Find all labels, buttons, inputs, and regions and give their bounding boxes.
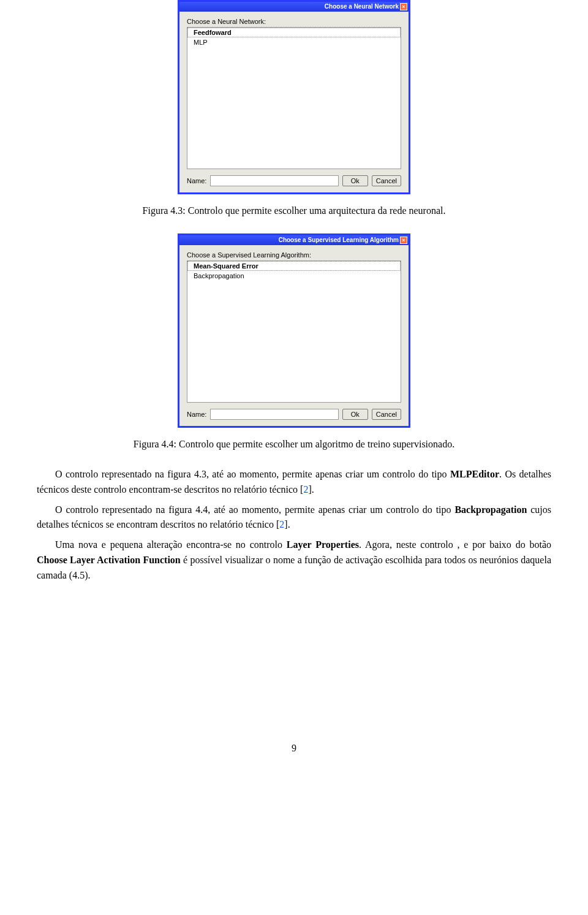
text: ]. <box>284 519 290 530</box>
dialog-title: Choose a Supervised Learning Algorithm <box>279 235 399 245</box>
dialog-title: Choose a Neural Network <box>325 2 399 12</box>
figure-2: Choose a Supervised Learning Algorithm ×… <box>37 233 551 428</box>
list-item[interactable]: Backpropagation <box>187 271 401 281</box>
name-input[interactable] <box>210 409 338 420</box>
text: ]. <box>308 484 314 495</box>
dialog-body: Choose a Supervised Learning Algorithm: … <box>179 245 409 426</box>
prompt-label: Choose a Neural Network: <box>187 18 401 25</box>
close-icon[interactable]: × <box>400 237 407 244</box>
paragraph-1: O controlo representado na figura 4.3, a… <box>37 467 551 498</box>
text: O controlo representado na figura 4.3, a… <box>55 469 450 479</box>
text: O controlo representado na figura 4.4, a… <box>55 504 454 515</box>
cancel-button[interactable]: Cancel <box>372 175 401 186</box>
dialog-footer: Name: Ok Cancel <box>187 175 401 186</box>
list-item[interactable]: Mean-Squared Error <box>187 261 401 271</box>
text: Uma nova e pequena alteração encontra-se… <box>55 539 287 550</box>
dialog-body: Choose a Neural Network: Feedfoward MLP … <box>179 12 409 192</box>
term-backpropagation: Backpropagation <box>454 504 527 515</box>
term-choose-layer-activation: Choose Layer Activation Function <box>37 555 181 565</box>
term-layer-properties: Layer Properties <box>287 539 359 550</box>
figure-1: Choose a Neural Network × Choose a Neura… <box>37 0 551 194</box>
paragraph-2: O controlo representado na figura 4.4, a… <box>37 503 551 533</box>
figure-1-caption: Figura 4.3: Controlo que permite escolhe… <box>37 205 551 216</box>
figure-2-caption: Figura 4.4: Controlo que permite escolhe… <box>37 439 551 450</box>
algorithm-listbox[interactable]: Mean-Squared Error Backpropagation <box>187 260 401 403</box>
dialog-neural-network: Choose a Neural Network × Choose a Neura… <box>178 0 410 194</box>
cancel-button[interactable]: Cancel <box>372 409 401 420</box>
prompt-label: Choose a Supervised Learning Algorithm: <box>187 251 401 259</box>
dialog-titlebar: Choose a Neural Network × <box>179 2 409 12</box>
name-label: Name: <box>187 411 206 418</box>
term-mlpeditor: MLPEditor <box>450 469 499 479</box>
paragraph-3: Uma nova e pequena alteração encontra-se… <box>37 537 551 583</box>
page-number: 9 <box>37 743 551 754</box>
name-label: Name: <box>187 177 206 184</box>
network-listbox[interactable]: Feedfoward MLP <box>187 27 401 169</box>
dialog-titlebar: Choose a Supervised Learning Algorithm × <box>179 235 409 245</box>
dialog-learning-algorithm: Choose a Supervised Learning Algorithm ×… <box>178 233 410 428</box>
ok-button[interactable]: Ok <box>342 175 368 186</box>
list-item[interactable]: MLP <box>187 37 401 47</box>
dialog-footer: Name: Ok Cancel <box>187 409 401 420</box>
ok-button[interactable]: Ok <box>342 409 368 420</box>
list-item[interactable]: Feedfoward <box>187 28 401 37</box>
name-input[interactable] <box>210 175 338 186</box>
text: . Agora, neste controlo , e por baixo do… <box>359 539 551 550</box>
close-icon[interactable]: × <box>400 3 407 10</box>
